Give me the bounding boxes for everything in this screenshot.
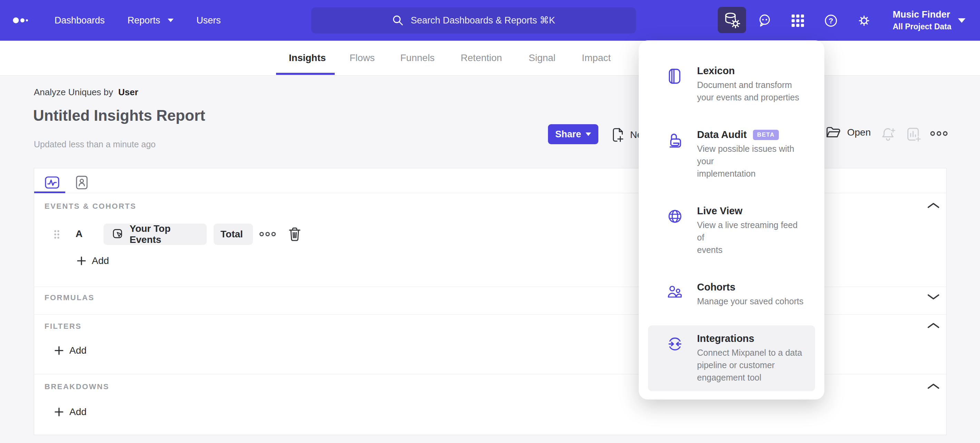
menu-item-integrations[interactable]: Integrations Connect Mixpanel to a data …: [648, 326, 815, 391]
menu-item-title: Data Audit: [697, 129, 747, 140]
profile-card-icon: [75, 175, 88, 191]
tab-retention[interactable]: Retention: [461, 41, 502, 75]
menu-item-text: Cohorts Manage your saved cohorts: [697, 281, 804, 307]
search-input[interactable]: Search Dashboards & Reports ⌘K: [311, 7, 636, 33]
settings-button[interactable]: [856, 13, 872, 28]
events-collapse-button[interactable]: [927, 202, 940, 208]
event-picker-icon: [113, 228, 124, 240]
nav-link-label: Users: [196, 15, 221, 26]
top-nav: Dashboards Reports Users Search Dashboar…: [0, 0, 980, 41]
report-tabbar: Insights Flows Funnels Retention Signal …: [0, 41, 980, 76]
mixpanel-logo-icon: [13, 16, 30, 24]
project-selector[interactable]: Music Finder All Project Data: [893, 0, 951, 41]
lexicon-icon: [667, 65, 683, 103]
tab-label: Impact: [582, 52, 611, 63]
breakdowns-add-button[interactable]: Add: [54, 406, 87, 418]
chevron-up-icon: [927, 383, 940, 389]
project-scope: All Project Data: [893, 22, 951, 32]
add-to-board-button[interactable]: [905, 126, 921, 142]
menu-item-description: Manage your saved cohorts: [697, 295, 804, 307]
filters-section-header: FILTERS: [45, 322, 82, 331]
active-tab-underline: [276, 73, 335, 75]
menu-item-title: Lexicon: [697, 65, 735, 76]
chevron-up-icon: [927, 322, 940, 329]
mixpanel-app: Dashboards Reports Users Search Dashboar…: [0, 0, 980, 443]
add-label: Add: [69, 406, 87, 418]
aggregation-selector-chip[interactable]: Total: [213, 224, 253, 245]
search-icon: [392, 14, 404, 26]
search-placeholder: Search Dashboards & Reports ⌘K: [410, 15, 555, 26]
help-button[interactable]: ?: [823, 13, 838, 28]
nav-link-reports[interactable]: Reports: [128, 15, 174, 26]
nav-link-dashboards[interactable]: Dashboards: [54, 15, 105, 26]
events-add-button[interactable]: Add: [76, 255, 109, 266]
menu-item-description: Document and transform your events and p…: [697, 79, 799, 103]
event-selector-chip[interactable]: Your Top Events: [103, 224, 207, 245]
menu-item-cohorts[interactable]: Cohorts Manage your saved cohorts: [648, 274, 815, 315]
nav-links: Dashboards Reports Users: [54, 0, 221, 41]
cohorts-people-icon: [667, 281, 683, 307]
settings-gear-icon: [856, 13, 872, 28]
add-label: Add: [92, 255, 109, 266]
apps-grid-button[interactable]: [790, 13, 805, 28]
alert-bell-plus-button[interactable]: [880, 126, 896, 142]
event-name: Your Top Events: [130, 223, 198, 245]
insights-chart-icon: [44, 175, 60, 191]
event-row-delete-button[interactable]: [288, 227, 302, 242]
tab-label: Signal: [529, 52, 555, 63]
tab-funnels[interactable]: Funnels: [400, 41, 435, 75]
menu-item-title: Integrations: [697, 333, 754, 345]
more-options-icon: [930, 130, 948, 137]
analyze-entity-selector[interactable]: User: [118, 87, 138, 98]
nav-link-users[interactable]: Users: [196, 15, 221, 26]
tab-label: Funnels: [400, 52, 435, 63]
formulas-expand-button[interactable]: [927, 294, 940, 300]
tab-label: Flows: [350, 52, 375, 63]
chart-plus-icon: [905, 126, 921, 142]
share-label: Share: [555, 129, 581, 140]
caret-down-icon: [168, 19, 173, 22]
data-management-icon: [723, 11, 741, 29]
event-row-letter: A: [76, 229, 83, 240]
tab-signal[interactable]: Signal: [529, 41, 555, 75]
tab-flows[interactable]: Flows: [350, 41, 375, 75]
builder-tab-events[interactable]: [44, 175, 60, 191]
report-title[interactable]: Untitled Insights Report: [33, 107, 205, 124]
event-row-more-button[interactable]: [259, 231, 276, 237]
share-button[interactable]: Share: [548, 124, 598, 144]
menu-item-title: Live View: [697, 205, 743, 217]
feedback-button[interactable]: [757, 13, 772, 28]
chevron-up-icon: [927, 202, 940, 208]
menu-item-live-view[interactable]: Live View View a live streaming feed of …: [648, 198, 815, 264]
builder-active-tab-underline: [34, 192, 65, 193]
drag-handle-icon[interactable]: [54, 230, 60, 239]
add-label: Add: [69, 345, 87, 356]
tab-impact[interactable]: Impact: [582, 41, 611, 75]
menu-item-lexicon[interactable]: Lexicon Document and transform your even…: [648, 58, 815, 111]
help-icon: ?: [823, 13, 838, 28]
chevron-down-icon: [927, 294, 940, 300]
tab-insights[interactable]: Insights: [289, 41, 326, 75]
open-report-button[interactable]: Open: [826, 125, 871, 140]
breakdowns-collapse-button[interactable]: [927, 383, 940, 389]
data-management-menu: Lexicon Document and transform your even…: [639, 40, 824, 400]
menu-item-data-audit[interactable]: Data Audit BETA View possible issues wit…: [648, 121, 815, 187]
filters-collapse-button[interactable]: [927, 322, 940, 329]
filters-add-button[interactable]: Add: [54, 345, 87, 356]
data-management-button[interactable]: [718, 7, 746, 33]
tab-label: Retention: [461, 52, 502, 63]
nav-link-label: Reports: [128, 15, 161, 26]
menu-item-description: Connect Mixpanel to a data pipeline or c…: [697, 346, 802, 384]
menu-item-text: Data Audit BETA View possible issues wit…: [697, 129, 805, 180]
menu-item-title: Cohorts: [697, 281, 735, 293]
aggregation-value: Total: [221, 229, 243, 240]
updated-timestamp: Updated less than a minute ago: [34, 140, 156, 149]
mixpanel-logo[interactable]: [13, 0, 30, 41]
trash-icon: [288, 227, 302, 242]
more-options-icon: [259, 231, 276, 237]
builder-tab-profiles[interactable]: [75, 175, 88, 191]
formulas-section-header: FORMULAS: [45, 293, 95, 302]
report-more-options-button[interactable]: [930, 130, 948, 137]
breakdowns-section-header: BREAKDOWNS: [45, 382, 110, 391]
analyze-line: Analyze Uniques by User: [34, 87, 138, 98]
